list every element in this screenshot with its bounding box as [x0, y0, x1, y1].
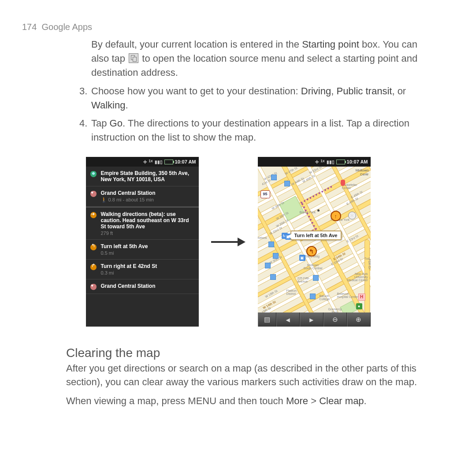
location-source-icon: [129, 53, 138, 63]
transit-box-icon: [270, 274, 276, 280]
page-header: 174 Google Apps: [22, 22, 434, 32]
end-pin-icon: [90, 191, 97, 197]
direction-step-3[interactable]: Turn right at E 42nd St 0.3 mi: [86, 260, 199, 279]
route-turn-marker: ↰: [306, 246, 317, 257]
transit-icon: ●: [356, 303, 362, 309]
map-callout[interactable]: Turn left at 5th Ave: [290, 231, 342, 240]
clock: 10:07 AM: [347, 159, 368, 164]
step-3: 3. Choose how you want to get to your de…: [79, 84, 434, 112]
route-forward-marker: ↑: [331, 211, 341, 221]
step-4: 4. Tap Go. The directions to your destin…: [79, 116, 434, 145]
list-button[interactable]: ▤: [258, 312, 276, 327]
arrow-icon: [211, 239, 245, 245]
page-number: 174: [22, 22, 37, 32]
battery-icon: [336, 160, 345, 164]
hospital-icon: H: [358, 294, 365, 301]
transit-box-icon: [271, 175, 277, 180]
gps-icon: ✛: [315, 160, 319, 164]
walk-icon: [90, 212, 97, 218]
transit-box-icon: [273, 253, 279, 259]
network-icon: 1x: [320, 159, 324, 165]
next-step-button[interactable]: ►: [300, 312, 324, 327]
transit-box-icon: [310, 294, 316, 299]
signal-icon: ▮▮▯: [327, 160, 335, 164]
zoom-in-button[interactable]: ⊕: [347, 312, 371, 327]
direction-final[interactable]: Grand Central Station: [86, 279, 199, 294]
clearing-instruction: When viewing a map, press MENU and then …: [66, 394, 434, 408]
clock: 10:07 AM: [175, 159, 196, 164]
route-cross-marker: ✕: [348, 212, 356, 219]
clearing-body: After you get directions or search on a …: [66, 362, 434, 389]
direction-end-summary[interactable]: Grand Central Station 🚶 0.8 mi - about 1…: [86, 186, 199, 207]
start-pin-icon: [90, 171, 97, 177]
section-title: Google Apps: [42, 22, 93, 32]
phone-directions-list: ✛ 1x ▮▮▯ 10:07 AM Empire State Building,…: [86, 157, 199, 327]
intro-paragraph: By default, your current location is ent…: [91, 37, 434, 80]
direction-step-2[interactable]: Turn left at 5th Ave 0.5 mi: [86, 240, 199, 260]
transit-icon: ▣: [299, 255, 305, 261]
map-poi-pin: [341, 180, 345, 186]
map-canvas[interactable]: 95 Midtown Centr Rockefeller Center Brya…: [258, 167, 371, 312]
end-pin-icon: [90, 284, 97, 290]
transit-box-icon: [265, 263, 271, 268]
battery-icon: [164, 160, 173, 164]
phone-map: ✛ 1x ▮▮▯ 10:07 AM: [258, 157, 371, 327]
highway-shield: 95: [260, 190, 270, 198]
direction-start[interactable]: Empire State Building, 350 5th Ave, New …: [86, 167, 199, 186]
transit-box-icon: [268, 242, 274, 247]
turn-left-icon: [90, 244, 97, 250]
turn-right-icon: [90, 264, 97, 270]
network-icon: 1x: [149, 159, 152, 165]
transit-box-icon: [313, 275, 319, 281]
clearing-heading: Clearing the map: [66, 346, 434, 360]
screenshot-row: ✛ 1x ▮▮▯ 10:07 AM Empire State Building,…: [22, 157, 434, 327]
signal-icon: ▮▮▯: [155, 160, 163, 164]
prev-step-button[interactable]: ◄: [276, 312, 300, 327]
gps-icon: ✛: [143, 160, 147, 164]
status-bar: ✛ 1x ▮▮▯ 10:07 AM: [258, 157, 371, 167]
status-bar: ✛ 1x ▮▮▯ 10:07 AM: [86, 157, 199, 167]
direction-step-1[interactable]: Walking directions (beta): use caution. …: [86, 208, 199, 240]
transit-box-icon: [284, 181, 290, 186]
zoom-out-button[interactable]: ⊖: [324, 312, 347, 327]
map-toolbar: ▤ ◄ ► ⊖ ⊕: [258, 312, 371, 327]
